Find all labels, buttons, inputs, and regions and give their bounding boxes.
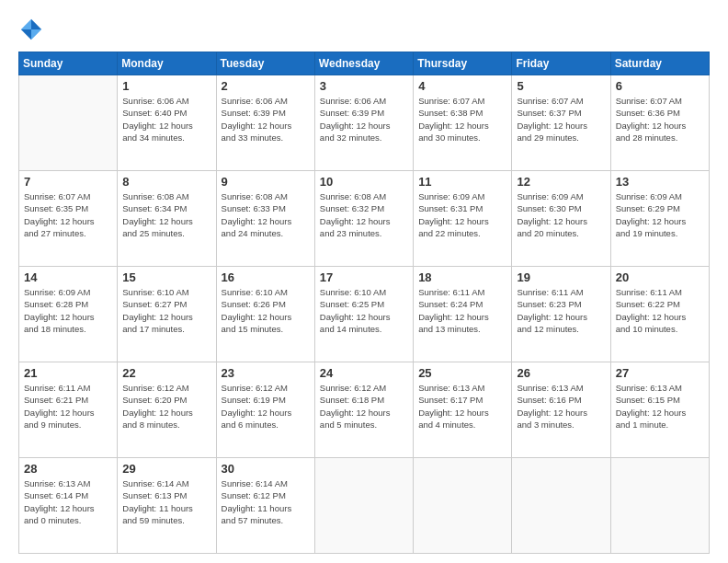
day-info: Sunrise: 6:11 AM Sunset: 6:21 PM Dayligh… <box>24 382 112 431</box>
calendar-cell: 9Sunrise: 6:08 AM Sunset: 6:33 PM Daylig… <box>216 171 314 267</box>
day-number: 10 <box>320 175 408 189</box>
day-info: Sunrise: 6:14 AM Sunset: 6:13 PM Dayligh… <box>122 477 210 526</box>
week-row-3: 14Sunrise: 6:09 AM Sunset: 6:28 PM Dayli… <box>19 267 710 362</box>
day-number: 26 <box>517 366 605 380</box>
calendar-cell: 5Sunrise: 6:07 AM Sunset: 6:37 PM Daylig… <box>512 75 610 171</box>
day-number: 27 <box>616 366 704 380</box>
day-number: 22 <box>122 366 210 380</box>
calendar-cell: 7Sunrise: 6:07 AM Sunset: 6:35 PM Daylig… <box>19 171 118 267</box>
day-number: 30 <box>222 462 310 476</box>
calendar-cell: 22Sunrise: 6:12 AM Sunset: 6:20 PM Dayli… <box>118 362 216 458</box>
week-row-5: 28Sunrise: 6:13 AM Sunset: 6:14 PM Dayli… <box>19 458 710 554</box>
col-header-wednesday: Wednesday <box>314 52 413 75</box>
svg-marker-0 <box>31 19 41 29</box>
calendar-header-row: SundayMondayTuesdayWednesdayThursdayFrid… <box>19 52 710 75</box>
col-header-monday: Monday <box>118 52 216 75</box>
calendar-cell: 11Sunrise: 6:09 AM Sunset: 6:31 PM Dayli… <box>414 171 512 267</box>
day-number: 24 <box>320 366 408 380</box>
day-info: Sunrise: 6:08 AM Sunset: 6:33 PM Dayligh… <box>222 190 310 239</box>
day-info: Sunrise: 6:07 AM Sunset: 6:35 PM Dayligh… <box>24 190 112 239</box>
calendar-cell: 19Sunrise: 6:11 AM Sunset: 6:23 PM Dayli… <box>512 267 610 362</box>
page: SundayMondayTuesdayWednesdayThursdayFrid… <box>0 0 728 563</box>
calendar-cell: 30Sunrise: 6:14 AM Sunset: 6:12 PM Dayli… <box>216 458 314 554</box>
calendar-cell: 2Sunrise: 6:06 AM Sunset: 6:39 PM Daylig… <box>216 75 314 171</box>
calendar-cell: 4Sunrise: 6:07 AM Sunset: 6:38 PM Daylig… <box>414 75 512 171</box>
calendar-cell: 26Sunrise: 6:13 AM Sunset: 6:16 PM Dayli… <box>512 362 610 458</box>
svg-marker-1 <box>21 19 31 29</box>
day-info: Sunrise: 6:13 AM Sunset: 6:15 PM Dayligh… <box>616 382 704 431</box>
day-info: Sunrise: 6:13 AM Sunset: 6:16 PM Dayligh… <box>517 382 605 431</box>
day-info: Sunrise: 6:11 AM Sunset: 6:23 PM Dayligh… <box>517 286 605 335</box>
day-number: 9 <box>222 175 310 189</box>
calendar-cell: 3Sunrise: 6:06 AM Sunset: 6:39 PM Daylig… <box>314 75 413 171</box>
day-info: Sunrise: 6:06 AM Sunset: 6:39 PM Dayligh… <box>222 95 310 144</box>
logo <box>18 17 48 42</box>
day-info: Sunrise: 6:06 AM Sunset: 6:40 PM Dayligh… <box>122 95 210 144</box>
day-info: Sunrise: 6:10 AM Sunset: 6:27 PM Dayligh… <box>122 286 210 335</box>
day-info: Sunrise: 6:11 AM Sunset: 6:22 PM Dayligh… <box>616 286 704 335</box>
week-row-2: 7Sunrise: 6:07 AM Sunset: 6:35 PM Daylig… <box>19 171 710 267</box>
day-info: Sunrise: 6:12 AM Sunset: 6:19 PM Dayligh… <box>222 382 310 431</box>
day-info: Sunrise: 6:13 AM Sunset: 6:14 PM Dayligh… <box>24 477 112 526</box>
header <box>18 17 710 42</box>
day-info: Sunrise: 6:12 AM Sunset: 6:20 PM Dayligh… <box>122 382 210 431</box>
day-number: 21 <box>24 366 112 380</box>
calendar-cell: 29Sunrise: 6:14 AM Sunset: 6:13 PM Dayli… <box>118 458 216 554</box>
calendar-cell: 8Sunrise: 6:08 AM Sunset: 6:34 PM Daylig… <box>118 171 216 267</box>
calendar-cell <box>414 458 512 554</box>
day-number: 23 <box>222 366 310 380</box>
day-info: Sunrise: 6:07 AM Sunset: 6:38 PM Dayligh… <box>418 95 506 144</box>
calendar-cell: 14Sunrise: 6:09 AM Sunset: 6:28 PM Dayli… <box>19 267 118 362</box>
calendar-cell: 20Sunrise: 6:11 AM Sunset: 6:22 PM Dayli… <box>610 267 709 362</box>
day-info: Sunrise: 6:14 AM Sunset: 6:12 PM Dayligh… <box>222 477 310 526</box>
week-row-1: 1Sunrise: 6:06 AM Sunset: 6:40 PM Daylig… <box>19 75 710 171</box>
day-number: 14 <box>24 270 112 284</box>
day-info: Sunrise: 6:09 AM Sunset: 6:28 PM Dayligh… <box>24 286 112 335</box>
day-info: Sunrise: 6:06 AM Sunset: 6:39 PM Dayligh… <box>320 95 408 144</box>
calendar-cell: 25Sunrise: 6:13 AM Sunset: 6:17 PM Dayli… <box>414 362 512 458</box>
calendar-cell <box>314 458 413 554</box>
calendar-table: SundayMondayTuesdayWednesdayThursdayFrid… <box>18 52 710 554</box>
logo-icon <box>18 17 44 42</box>
day-number: 11 <box>418 175 506 189</box>
day-info: Sunrise: 6:09 AM Sunset: 6:31 PM Dayligh… <box>418 190 506 239</box>
day-number: 7 <box>24 175 112 189</box>
week-row-4: 21Sunrise: 6:11 AM Sunset: 6:21 PM Dayli… <box>19 362 710 458</box>
col-header-sunday: Sunday <box>19 52 118 75</box>
svg-marker-3 <box>31 29 41 40</box>
calendar-cell: 13Sunrise: 6:09 AM Sunset: 6:29 PM Dayli… <box>610 171 709 267</box>
day-info: Sunrise: 6:10 AM Sunset: 6:25 PM Dayligh… <box>320 286 408 335</box>
day-info: Sunrise: 6:09 AM Sunset: 6:29 PM Dayligh… <box>616 190 704 239</box>
calendar-cell: 15Sunrise: 6:10 AM Sunset: 6:27 PM Dayli… <box>118 267 216 362</box>
day-number: 3 <box>320 79 408 93</box>
calendar-cell <box>512 458 610 554</box>
day-info: Sunrise: 6:11 AM Sunset: 6:24 PM Dayligh… <box>418 286 506 335</box>
day-info: Sunrise: 6:12 AM Sunset: 6:18 PM Dayligh… <box>320 382 408 431</box>
day-info: Sunrise: 6:07 AM Sunset: 6:36 PM Dayligh… <box>616 95 704 144</box>
day-number: 20 <box>616 270 704 284</box>
day-number: 4 <box>418 79 506 93</box>
calendar-cell: 27Sunrise: 6:13 AM Sunset: 6:15 PM Dayli… <box>610 362 709 458</box>
day-info: Sunrise: 6:07 AM Sunset: 6:37 PM Dayligh… <box>517 95 605 144</box>
calendar-cell: 17Sunrise: 6:10 AM Sunset: 6:25 PM Dayli… <box>314 267 413 362</box>
day-number: 19 <box>517 270 605 284</box>
day-number: 13 <box>616 175 704 189</box>
day-info: Sunrise: 6:10 AM Sunset: 6:26 PM Dayligh… <box>222 286 310 335</box>
calendar-cell <box>610 458 709 554</box>
calendar-cell: 23Sunrise: 6:12 AM Sunset: 6:19 PM Dayli… <box>216 362 314 458</box>
calendar-cell: 28Sunrise: 6:13 AM Sunset: 6:14 PM Dayli… <box>19 458 118 554</box>
col-header-thursday: Thursday <box>414 52 512 75</box>
calendar-cell <box>19 75 118 171</box>
day-number: 12 <box>517 175 605 189</box>
day-number: 15 <box>122 270 210 284</box>
day-number: 16 <box>222 270 310 284</box>
col-header-friday: Friday <box>512 52 610 75</box>
calendar-cell: 1Sunrise: 6:06 AM Sunset: 6:40 PM Daylig… <box>118 75 216 171</box>
day-number: 6 <box>616 79 704 93</box>
day-number: 8 <box>122 175 210 189</box>
svg-marker-2 <box>21 29 31 40</box>
col-header-saturday: Saturday <box>610 52 709 75</box>
calendar-cell: 24Sunrise: 6:12 AM Sunset: 6:18 PM Dayli… <box>314 362 413 458</box>
day-info: Sunrise: 6:08 AM Sunset: 6:32 PM Dayligh… <box>320 190 408 239</box>
day-info: Sunrise: 6:13 AM Sunset: 6:17 PM Dayligh… <box>418 382 506 431</box>
